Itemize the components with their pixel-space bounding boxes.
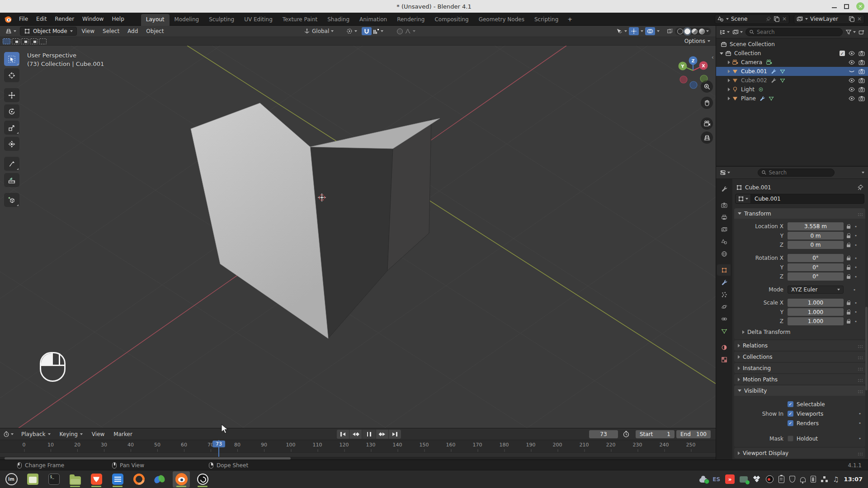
- orientation-dropdown[interactable]: Global: [304, 28, 334, 34]
- menu-item[interactable]: Window: [78, 14, 108, 23]
- properties-search[interactable]: [758, 169, 835, 177]
- pause-button[interactable]: [362, 430, 376, 439]
- overlays-toggle[interactable]: [645, 27, 655, 35]
- camera-render-icon[interactable]: [859, 68, 865, 75]
- measure-tool[interactable]: [4, 173, 19, 187]
- mode-dropdown[interactable]: Object Mode: [20, 27, 77, 36]
- pan-hand-button[interactable]: [701, 97, 713, 109]
- viewport-menu-item[interactable]: Select: [99, 27, 123, 36]
- animate-dot[interactable]: •: [853, 274, 859, 280]
- editor-type-button[interactable]: [720, 169, 730, 176]
- scale-tool[interactable]: [4, 121, 19, 135]
- lock-icon[interactable]: [847, 310, 851, 314]
- unlink-icon[interactable]: ✕: [782, 16, 787, 22]
- eye-icon[interactable]: [849, 86, 855, 93]
- add-workspace-button[interactable]: +: [563, 14, 576, 25]
- tab-output[interactable]: [718, 211, 731, 223]
- close-button[interactable]: ✕: [856, 2, 864, 10]
- visibility-panel-header[interactable]: Visibility: [734, 385, 865, 396]
- filter-button[interactable]: [845, 29, 856, 35]
- outliner-row-plane[interactable]: Plane: [716, 94, 868, 103]
- camera-render-icon[interactable]: [859, 86, 865, 93]
- eye-closed-icon[interactable]: [849, 68, 855, 75]
- expand-arrow-icon[interactable]: [728, 79, 730, 82]
- workspace-tab[interactable]: Geometry Nodes: [474, 14, 529, 26]
- remove-icon[interactable]: ✕: [857, 16, 862, 22]
- ortho-perspective-button[interactable]: [701, 131, 713, 144]
- eye-icon[interactable]: [849, 50, 855, 56]
- rotation-mode-dropdown[interactable]: XYZ Euler: [788, 286, 844, 294]
- obs-tray-icon[interactable]: [766, 475, 774, 483]
- lock-icon[interactable]: [847, 224, 851, 229]
- animate-dot[interactable]: •: [853, 319, 859, 324]
- tab-tool[interactable]: [718, 183, 731, 194]
- rotation-y-field[interactable]: 0°: [788, 263, 844, 272]
- cursor-tool[interactable]: [4, 68, 19, 82]
- blender-taskbar-icon[interactable]: [173, 471, 190, 488]
- frame-start-field[interactable]: Start1: [636, 430, 675, 438]
- selectable-checkbox[interactable]: ✓: [788, 401, 793, 407]
- keyboard-layout-indicator[interactable]: ES: [712, 476, 720, 483]
- outliner-search[interactable]: [745, 28, 843, 36]
- options-chevron-icon[interactable]: [862, 172, 864, 174]
- tab-modifiers[interactable]: [718, 277, 731, 288]
- collapsed-panel-header[interactable]: Motion Paths: [734, 374, 865, 385]
- panel-grip-icon[interactable]: [858, 213, 859, 214]
- jump-to-end-button[interactable]: [389, 430, 401, 439]
- editor-type-button[interactable]: [3, 431, 14, 437]
- viewport-menu-item[interactable]: View: [78, 27, 99, 36]
- panel-grip-icon[interactable]: [858, 379, 859, 380]
- document-icon[interactable]: [811, 476, 816, 483]
- tab-render[interactable]: [718, 199, 731, 211]
- select-mode-box[interactable]: [12, 38, 19, 44]
- animate-dot[interactable]: •: [852, 287, 857, 293]
- editor-type-button[interactable]: [3, 27, 19, 35]
- notifications-bell-icon[interactable]: [800, 477, 806, 482]
- workspace-tab[interactable]: Sculpting: [204, 14, 239, 26]
- camera-render-icon[interactable]: [859, 50, 865, 56]
- blender-logo-icon[interactable]: [4, 15, 12, 23]
- lock-icon[interactable]: [847, 274, 851, 279]
- file-manager-icon[interactable]: [66, 471, 84, 488]
- options-dropdown[interactable]: Options: [682, 38, 713, 45]
- view-layer-selector[interactable]: ViewLayer ✕: [794, 14, 864, 24]
- collection-checkbox[interactable]: ✓: [840, 51, 845, 56]
- media-player-icon[interactable]: [833, 475, 839, 483]
- collapsed-panel-header[interactable]: Relations: [734, 340, 865, 351]
- dropbox-icon[interactable]: [753, 476, 761, 483]
- lock-icon[interactable]: [847, 243, 851, 248]
- annotate-tool[interactable]: [4, 157, 19, 171]
- menu-item[interactable]: File: [15, 14, 32, 23]
- expand-arrow-icon[interactable]: [728, 61, 730, 64]
- animate-dot[interactable]: •: [857, 436, 863, 441]
- outliner-row-cube001[interactable]: Cube.001: [716, 67, 868, 76]
- browser-orange-icon[interactable]: [130, 471, 147, 488]
- animate-dot[interactable]: •: [853, 300, 859, 306]
- properties-scrollbar[interactable]: [865, 307, 868, 390]
- visibility-dropdown-icon[interactable]: [616, 28, 623, 34]
- lock-icon[interactable]: [847, 300, 851, 305]
- frame-end-field[interactable]: End100: [676, 430, 711, 438]
- animate-dot[interactable]: •: [857, 411, 863, 417]
- display-mode-button[interactable]: [732, 29, 743, 35]
- timeline-track[interactable]: [0, 452, 716, 457]
- panel-grip-icon[interactable]: [858, 345, 859, 346]
- menu-item[interactable]: Edit: [32, 14, 51, 23]
- rendered-shading-button[interactable]: [699, 28, 705, 34]
- view-menu[interactable]: View: [88, 430, 108, 439]
- add-cube-tool[interactable]: [4, 193, 19, 207]
- timeline-ruler[interactable]: 0102030405060708090100110120130140150160…: [0, 440, 716, 452]
- collapsed-panel-header[interactable]: Collections: [734, 352, 865, 362]
- pin-icon[interactable]: [857, 184, 863, 191]
- workspace-tab[interactable]: Layout: [141, 14, 170, 26]
- proportional-toggle[interactable]: [397, 28, 403, 34]
- tab-world[interactable]: [718, 248, 731, 259]
- tab-view-layer[interactable]: [718, 224, 731, 235]
- tab-object[interactable]: [718, 264, 731, 276]
- viewport-menu-item[interactable]: Add: [123, 27, 142, 36]
- copy-icon[interactable]: [849, 16, 855, 22]
- lock-icon[interactable]: [847, 319, 851, 324]
- workspace-tab[interactable]: Scripting: [529, 14, 563, 26]
- eye-icon[interactable]: [849, 77, 855, 84]
- current-frame-field[interactable]: 73: [589, 430, 618, 438]
